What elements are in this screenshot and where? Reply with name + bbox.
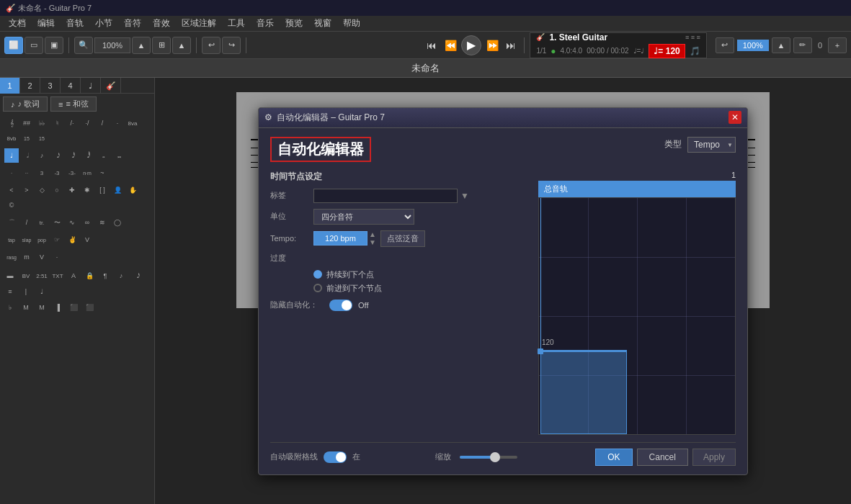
icon-diamond[interactable]: ◇ [35, 183, 49, 197]
icon-a[interactable]: A [66, 269, 81, 283]
lyrics-btn[interactable]: ♪ ♪ 歌词 [3, 96, 48, 112]
icon-flat[interactable]: ♭♭ [35, 116, 49, 130]
icon-64th[interactable]: 𝅘𝅥𝅱 [80, 148, 94, 163]
icon-copyright[interactable]: © [4, 198, 19, 212]
tag-input[interactable] [313, 189, 458, 203]
icon-slash[interactable]: /· [65, 116, 79, 130]
play-btn[interactable]: ▶ [461, 35, 481, 55]
icon-bars4[interactable]: ⬛ [82, 300, 97, 315]
graph-control-point[interactable] [538, 348, 543, 354]
icon-trem[interactable]: tr. [35, 215, 49, 230]
icon-vibrato[interactable]: 〜 [50, 215, 64, 230]
icon-lt[interactable]: < [4, 183, 19, 197]
icon-m2[interactable]: M [19, 300, 33, 315]
menu-music[interactable]: 音乐 [251, 16, 280, 31]
icon-slide[interactable]: / [19, 215, 34, 230]
rewind-btn[interactable]: ⏪ [442, 37, 458, 53]
icon-half[interactable]: 𝅗𝅥 [19, 148, 34, 163]
icon-natural[interactable]: ♮ [50, 116, 64, 130]
track-tab-1[interactable]: 1 [0, 78, 20, 94]
icon-person[interactable]: 👤 [110, 183, 125, 197]
icon-tap[interactable]: tap [4, 233, 19, 247]
icon-breve[interactable]: 𝅜 [110, 148, 125, 163]
pizicato-btn[interactable]: 点弦泛音 [380, 230, 425, 247]
icon-bars[interactable]: ≡ [3, 284, 17, 299]
icon-v2[interactable]: V [35, 250, 49, 264]
menu-note[interactable]: 音符 [118, 16, 147, 31]
icon-star[interactable]: ✱ [80, 183, 94, 197]
icon-flat2[interactable]: ♭ [3, 300, 17, 315]
view-mode-both[interactable]: ▣ [45, 37, 63, 54]
view-mode-score[interactable]: ⬜ [4, 37, 23, 54]
metronome-btn[interactable]: 🎵 [690, 46, 700, 56]
icon-dot1[interactable]: · [4, 166, 19, 180]
icon-lines[interactable]: ▬ [3, 269, 17, 283]
icon-v[interactable]: V [80, 233, 94, 247]
icon-bars3[interactable]: ⬛ [66, 300, 81, 315]
rt-up[interactable]: ▲ [772, 37, 790, 53]
view-mode-tabs[interactable]: ▭ [24, 37, 43, 54]
icon-whole[interactable]: 𝅝 [95, 148, 110, 163]
automation-graph[interactable]: 120 [538, 197, 736, 435]
icon-triplet[interactable]: 3 [35, 166, 49, 180]
unit-select[interactable]: 四分音符 [313, 209, 414, 225]
redo-btn[interactable]: ↪ [222, 37, 241, 54]
icon-slash3[interactable]: / [95, 116, 110, 130]
rt-undo[interactable]: ↩ [716, 37, 734, 53]
icon-circle[interactable]: ○ [50, 183, 64, 197]
icon-15b[interactable]: 15 [35, 131, 49, 145]
undo-btn[interactable]: ↩ [202, 37, 220, 54]
cancel-button[interactable]: Cancel [637, 449, 688, 466]
icon-rasg[interactable]: rasg [4, 250, 19, 264]
zoom-up[interactable]: ▲ [132, 37, 151, 54]
icon-wave3[interactable]: ≋ [95, 215, 110, 230]
icon-pop[interactable]: pop [35, 233, 49, 247]
icon-infinity[interactable]: ∞ [80, 215, 94, 230]
menu-annotation[interactable]: 区域注解 [176, 16, 222, 31]
icon-wave[interactable]: ~ [95, 166, 110, 180]
dialog-close-btn[interactable]: ✕ [729, 111, 741, 124]
icon-note3[interactable]: 𝅘𝅥𝅯 [130, 269, 144, 283]
track-tab-2[interactable]: 2 [20, 78, 40, 94]
icon-para[interactable]: ¶ [98, 269, 112, 283]
icon-32nd[interactable]: 𝅘𝅥𝅰 [65, 148, 79, 163]
icon-barline[interactable]: | [19, 284, 33, 299]
icon-bars2[interactable]: ▐ [50, 300, 65, 315]
radio-item-2[interactable]: 前进到下个节点 [313, 283, 530, 294]
radio-item-1[interactable]: 持续到下个点 [313, 269, 530, 280]
track-tab-3[interactable]: 3 [40, 78, 61, 94]
menu-help[interactable]: 帮助 [337, 16, 366, 31]
menu-doc[interactable]: 文档 [3, 16, 32, 31]
tempo-input[interactable]: 120 bpm [313, 231, 367, 246]
icon-treble[interactable]: 𝄞 [4, 116, 19, 130]
icon-dot3[interactable]: · [50, 250, 64, 264]
icon-triplet2[interactable]: -3 [50, 166, 64, 180]
menu-effect[interactable]: 音效 [147, 16, 176, 31]
icon-quarter2[interactable]: ♩ [35, 284, 49, 299]
forward-btn[interactable]: ⏩ [484, 37, 500, 53]
zoom-input[interactable]: 100% [94, 37, 130, 53]
zoom-search-btn[interactable]: 🔍 [74, 37, 93, 54]
icon-dot2[interactable]: ·· [19, 166, 34, 180]
icon-bracket[interactable]: [ ] [95, 183, 110, 197]
menu-track[interactable]: 音轨 [61, 16, 89, 31]
type-select[interactable]: Tempo [687, 137, 736, 153]
icon-triplet3[interactable]: -3- [65, 166, 79, 180]
ok-button[interactable]: OK [595, 449, 632, 466]
apply-button[interactable]: Apply [692, 449, 736, 466]
tempo-display[interactable]: ♩= 120 [649, 44, 685, 58]
menu-window[interactable]: 视窗 [308, 16, 337, 31]
icon-slash2[interactable]: ·/ [80, 116, 94, 130]
snap-toggle[interactable] [324, 451, 347, 463]
go-end-btn[interactable]: ⏭ [503, 37, 519, 53]
icon-m3[interactable]: M [35, 300, 49, 315]
icon-dot[interactable]: · [110, 116, 125, 130]
menu-edit[interactable]: 编辑 [32, 16, 61, 31]
icon-txt[interactable]: TXT [50, 269, 65, 283]
icon-16th[interactable]: 𝅘𝅥𝅯 [50, 148, 64, 163]
rt-plus[interactable]: + [828, 37, 847, 53]
icon-ring[interactable]: ◯ [110, 215, 125, 230]
icon-wave2[interactable]: ∿ [65, 215, 79, 230]
icon-251[interactable]: 2:51 [35, 269, 49, 283]
menu-tools[interactable]: 工具 [222, 16, 251, 31]
